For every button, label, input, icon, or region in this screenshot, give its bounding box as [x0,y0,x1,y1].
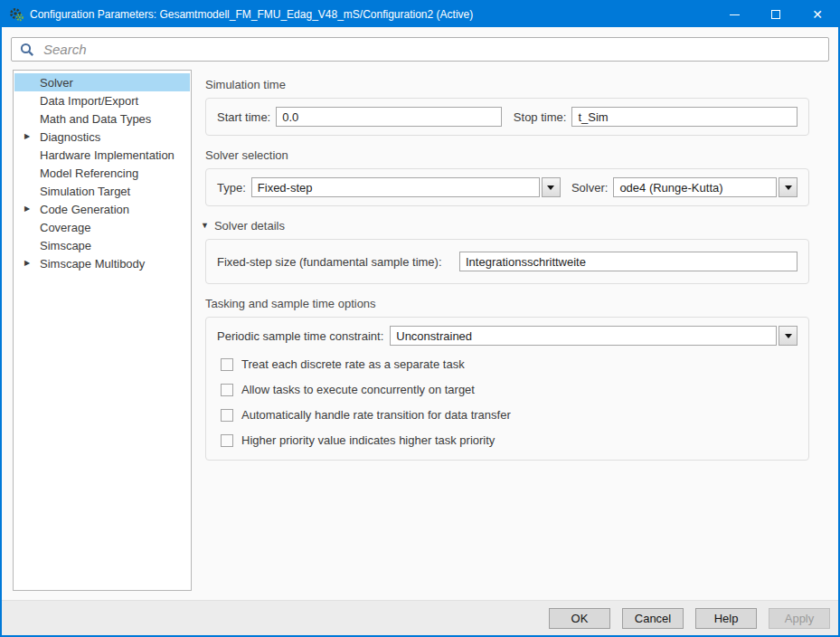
checkbox-row-rate-transition[interactable]: Automatically handle rate transition for… [217,408,798,422]
checkbox-label: Higher priority value indicates higher t… [241,433,495,447]
close-button[interactable]: ✕ [797,2,838,27]
sidebar-item-label: Solver [40,76,73,90]
stop-time-input[interactable] [571,107,798,127]
sidebar-item-code-generation[interactable]: ▶ Code Generation [14,200,190,218]
solver-type-label: Type: [217,181,246,195]
stop-time-label: Stop time: [514,110,567,124]
solver-details-group: Fixed-step size (fundamental sample time… [205,239,809,284]
solver-selection-group: Type: Fixed-step Solver: ode4 (Runge-Kut… [205,168,809,206]
solver-type-value[interactable]: Fixed-step [251,177,540,197]
sidebar-item-simulation-target[interactable]: Simulation Target [14,182,190,200]
window-title: Configuration Parameters: Gesamtmodell_F… [30,8,713,21]
maximize-icon [771,10,780,19]
sidebar-item-label: Diagnostics [40,130,100,144]
sidebar-item-solver[interactable]: Solver [14,73,190,91]
periodic-sample-time-row: Periodic sample time constraint: Unconst… [217,326,798,346]
sidebar-item-label: Math and Data Types [40,112,151,126]
fixed-step-size-row: Fixed-step size (fundamental sample time… [217,252,798,271]
sidebar-item-model-referencing[interactable]: Model Referencing [14,164,190,182]
solver-name-value[interactable]: ode4 (Runge-Kutta) [613,177,777,197]
checkbox-icon[interactable] [221,434,233,447]
solver-selection-row: Type: Fixed-step Solver: ode4 (Runge-Kut… [217,177,798,197]
solver-type-combobox[interactable]: Fixed-step [251,177,561,197]
sidebar-item-label: Code Generation [40,203,129,216]
title-bar: Configuration Parameters: Gesamtmodell_F… [2,2,838,27]
periodic-sample-time-label: Periodic sample time constraint: [217,329,383,343]
cancel-button[interactable]: Cancel [622,608,684,629]
sidebar-item-simscape[interactable]: Simscape [14,236,190,254]
fixed-step-size-label: Fixed-step size (fundamental sample time… [217,255,459,269]
start-time-input[interactable] [276,107,502,127]
solver-details-heading[interactable]: ▼ Solver details [205,219,809,233]
sidebar-item-data-import-export[interactable]: Data Import/Export [14,91,190,109]
checkbox-icon[interactable] [221,409,233,422]
configuration-parameters-dialog: Configuration Parameters: Gesamtmodell_F… [0,0,840,637]
sidebar-item-diagnostics[interactable]: ▶ Diagnostics [14,128,190,146]
sidebar-item-math-and-data-types[interactable]: Math and Data Types [14,109,190,128]
dropdown-button[interactable] [779,326,798,346]
apply-button[interactable]: Apply [769,608,830,629]
dialog-content: Solver Data Import/Export Math and Data … [2,70,838,600]
start-time-label: Start time: [217,110,270,124]
search-box[interactable] [11,37,829,62]
section-title: Simulation time [205,78,286,91]
checkbox-icon[interactable] [221,358,233,371]
checkbox-icon[interactable] [221,384,233,396]
checkbox-row-concurrent-tasks[interactable]: Allow tasks to execute concurrently on t… [217,383,798,396]
solver-name-combobox[interactable]: ode4 (Runge-Kutta) [613,177,798,197]
chevron-down-icon [785,185,792,190]
checkbox-label: Automatically handle rate transition for… [241,408,511,422]
solver-selection-heading: Solver selection [205,148,809,162]
sidebar-item-label: Data Import/Export [40,94,138,108]
section-title: Solver selection [205,148,288,162]
section-title: Solver details [214,219,285,233]
solver-pane: Simulation time Start time: Stop time: S… [192,70,838,600]
checkbox-label: Treat each discrete rate as a separate t… [241,357,465,371]
tasking-options-group: Periodic sample time constraint: Unconst… [205,317,809,461]
solver-name-label: Solver: [571,181,608,195]
help-button[interactable]: Help [695,608,757,629]
close-icon: ✕ [812,8,823,21]
ok-button[interactable]: OK [549,608,610,629]
minimize-icon [730,14,740,15]
simulation-time-group: Start time: Stop time: [205,98,809,136]
simulink-gears-icon [9,7,24,22]
section-title: Tasking and sample time options [205,297,376,310]
expand-arrow-icon[interactable]: ▶ [24,133,30,140]
search-input[interactable] [42,41,820,58]
dropdown-button[interactable] [542,177,561,197]
sidebar-item-hardware-implementation[interactable]: Hardware Implementation [14,146,190,164]
sidebar-item-label: Simscape [40,239,91,252]
sidebar-item-simscape-multibody[interactable]: ▶ Simscape Multibody [14,254,190,272]
expand-arrow-icon[interactable]: ▶ [24,205,30,213]
periodic-sample-time-value[interactable]: Unconstrained [390,326,777,346]
chevron-down-icon [785,334,792,338]
checkbox-row-separate-task[interactable]: Treat each discrete rate as a separate t… [217,357,798,371]
dropdown-button[interactable] [779,177,798,197]
category-sidebar: Solver Data Import/Export Math and Data … [13,70,192,591]
sidebar-item-label: Simulation Target [40,185,130,198]
search-icon [20,43,34,57]
chevron-down-icon [547,185,554,190]
minimize-button[interactable] [713,2,755,27]
dialog-button-bar: OK Cancel Help Apply [2,600,838,635]
sidebar-item-label: Coverage [40,221,90,234]
periodic-sample-time-combobox[interactable]: Unconstrained [390,326,798,346]
sidebar-item-label: Hardware Implementation [40,148,175,162]
simulation-time-row: Start time: Stop time: [217,107,798,127]
simulation-time-heading: Simulation time [205,78,809,91]
expand-arrow-icon[interactable]: ▶ [24,260,30,267]
sidebar-item-coverage[interactable]: Coverage [14,218,190,236]
collapse-arrow-icon[interactable]: ▼ [201,222,209,230]
checkbox-row-task-priority[interactable]: Higher priority value indicates higher t… [217,433,798,447]
tasking-options-heading: Tasking and sample time options [205,297,809,310]
checkbox-label: Allow tasks to execute concurrently on t… [241,383,475,396]
window-controls: ✕ [713,2,838,27]
sidebar-item-label: Simscape Multibody [40,257,145,271]
sidebar-item-label: Model Referencing [40,166,138,180]
fixed-step-size-input[interactable] [459,252,798,271]
maximize-button[interactable] [755,2,797,27]
